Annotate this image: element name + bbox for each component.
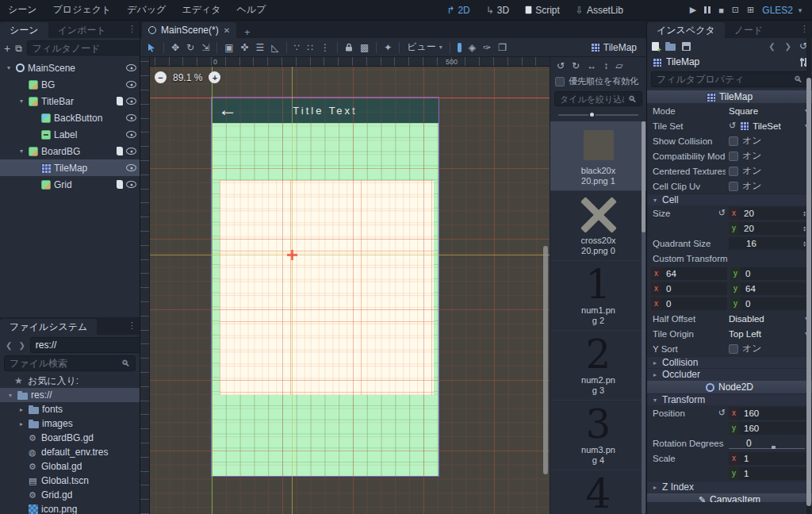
- skeleton-icon[interactable]: ✦: [384, 42, 392, 53]
- section-cell[interactable]: ▾Cell: [647, 194, 812, 205]
- section-transform[interactable]: ▾Transform: [647, 393, 812, 405]
- rotate-right-icon[interactable]: ↻: [572, 60, 580, 71]
- visibility-eye-icon[interactable]: [126, 164, 136, 171]
- section-occluder[interactable]: ▸Occluder: [647, 368, 812, 380]
- menu-4[interactable]: ヘルプ: [229, 3, 274, 17]
- menu-3[interactable]: エディタ: [174, 3, 228, 17]
- value-cell[interactable]: y1: [729, 467, 808, 480]
- tile-item-4[interactable]: 3num3.pn g 4: [550, 401, 646, 470]
- copy-region-icon[interactable]: ❐: [498, 42, 507, 53]
- value-cell[interactable]: y20▴▾: [729, 222, 808, 235]
- visibility-eye-icon[interactable]: [126, 98, 136, 105]
- value-cell[interactable]: x20▴▾: [729, 207, 808, 220]
- group-object-icon[interactable]: ▩: [360, 42, 369, 53]
- checkbox[interactable]: [729, 167, 738, 176]
- checkbox[interactable]: [729, 344, 738, 354]
- canvas-2d[interactable]: 0 500 ← Title Text −: [140, 57, 550, 514]
- file-search-input[interactable]: [10, 358, 117, 369]
- menu-0[interactable]: シーン: [0, 3, 45, 17]
- checkbox[interactable]: [729, 136, 738, 146]
- tile-item-0[interactable]: black20x 20.png 1: [550, 121, 646, 191]
- file-row-default-env-tres[interactable]: ◍default_env.tres: [0, 445, 140, 459]
- priority-checkbox-row[interactable]: 優先順位を有効化: [550, 73, 646, 90]
- revert-icon[interactable]: ↺: [718, 208, 726, 218]
- script-icon[interactable]: [117, 97, 123, 105]
- zoom-level[interactable]: 89.1 %: [173, 72, 202, 83]
- dropdown-tile-origin[interactable]: Top Left▾: [729, 329, 808, 339]
- bucket-fill-icon[interactable]: ◈: [469, 42, 476, 53]
- chevron-icon[interactable]: ▾: [6, 392, 14, 399]
- panel-menu-icon[interactable]: ⋮: [128, 24, 136, 34]
- view-menu-button[interactable]: ビュー▾: [407, 40, 442, 54]
- tab-filesystem[interactable]: ファイルシステム: [0, 319, 97, 335]
- property-filter-field[interactable]: 🔍︎: [651, 71, 808, 87]
- menu-1[interactable]: プロジェクト: [45, 3, 120, 17]
- tilemap-bottom-panel-toggle[interactable]: TileMap: [591, 42, 640, 53]
- tile-item-1[interactable]: cross20x 20.png 0: [550, 191, 646, 261]
- chevron-icon[interactable]: ▸: [17, 420, 25, 428]
- checkbox-cell-clip-uv[interactable]: オン: [729, 179, 808, 193]
- pause-button[interactable]: [704, 6, 710, 13]
- checkbox-compatibility-mode[interactable]: オン: [729, 149, 808, 163]
- zoom-in-button[interactable]: +: [209, 71, 220, 83]
- revert-icon[interactable]: ↺: [729, 121, 736, 131]
- tile-picker-icon[interactable]: ✑: [483, 42, 491, 53]
- list-select-icon[interactable]: ▣: [224, 42, 233, 53]
- tab-inspector-0[interactable]: インスペクタ: [647, 22, 725, 38]
- scene-filter-input[interactable]: [33, 43, 155, 54]
- tab-inspector-1[interactable]: ノード: [725, 22, 773, 38]
- tab-scene-0[interactable]: シーン: [0, 22, 48, 38]
- value-cell[interactable]: y64: [730, 282, 806, 295]
- value-cell[interactable]: x1: [729, 452, 808, 465]
- workspace-script[interactable]: Script: [519, 5, 566, 16]
- object-properties-icon[interactable]: [801, 58, 806, 67]
- script-icon[interactable]: [117, 180, 123, 189]
- pivot-tool-icon[interactable]: ✜: [241, 42, 249, 53]
- tree-row-grid[interactable]: Grid: [0, 176, 140, 193]
- checkbox-y-sort[interactable]: オン: [729, 342, 808, 355]
- tile-item-2[interactable]: 1num1.pn g 2: [550, 261, 646, 331]
- tree-row-titlebar[interactable]: ▾TitleBar: [0, 93, 140, 109]
- value-cell[interactable]: 16▴▾: [729, 237, 808, 250]
- tree-row-boardbg[interactable]: ▾BoardBG: [0, 143, 140, 159]
- tree-row-label[interactable]: Label: [0, 126, 140, 143]
- rotate-left-icon[interactable]: ↺: [557, 60, 565, 71]
- tilemap-paint-tool-icon[interactable]: [458, 43, 462, 52]
- canvas-scrollbar[interactable]: [543, 246, 548, 474]
- tree-row-bg[interactable]: BG: [0, 76, 140, 93]
- history-forward-button[interactable]: ❯: [17, 341, 26, 350]
- close-icon[interactable]: ✕: [224, 26, 230, 35]
- new-resource-icon[interactable]: [652, 42, 659, 51]
- rotate-tool-icon[interactable]: ↻: [186, 42, 194, 53]
- value-cell[interactable]: x160: [729, 407, 808, 420]
- visibility-eye-icon[interactable]: [126, 131, 136, 138]
- file-row-images[interactable]: ▸images: [0, 416, 140, 431]
- value-cell[interactable]: x64: [651, 267, 727, 280]
- visibility-eye-icon[interactable]: [126, 64, 136, 71]
- workspace-assetlib[interactable]: ⇩AssetLib: [569, 5, 630, 16]
- grid-snap-icon[interactable]: ∷: [307, 42, 313, 53]
- chevron-icon[interactable]: ▾: [5, 64, 13, 71]
- play-button[interactable]: ▶: [690, 5, 696, 15]
- smart-snap-icon[interactable]: ∵: [294, 42, 301, 53]
- value-cell[interactable]: x0: [651, 297, 727, 310]
- value-cell[interactable]: y160: [729, 422, 808, 435]
- resource-picker[interactable]: ↺TileSet▾: [729, 121, 808, 131]
- video-driver-select[interactable]: GLES2▾: [762, 5, 804, 16]
- file-row-boardbg-gd[interactable]: ⚙BoardBG.gd: [0, 431, 140, 445]
- tab-scene-1[interactable]: インポート: [48, 22, 116, 38]
- scene-tab-mainscene[interactable]: MainScene(*) ✕: [142, 22, 236, 38]
- history-back-button[interactable]: ❮: [4, 341, 13, 350]
- value-cell[interactable]: x0: [651, 282, 727, 295]
- property-filter-input[interactable]: [657, 74, 790, 85]
- flip-horizontal-icon[interactable]: ↔: [587, 60, 596, 71]
- new-scene-tab-button[interactable]: +: [236, 26, 259, 38]
- checkbox[interactable]: [729, 182, 738, 191]
- checkbox[interactable]: [729, 152, 738, 161]
- history-forward-icon[interactable]: ❯: [783, 42, 793, 51]
- tile-item-3[interactable]: 2num2.pn g 3: [550, 331, 646, 401]
- visibility-eye-icon[interactable]: [126, 114, 136, 121]
- save-resource-icon[interactable]: [682, 42, 691, 51]
- file-row-res---[interactable]: ▾res://: [0, 388, 140, 402]
- tree-row-mainscene[interactable]: ▾MainScene: [0, 59, 140, 76]
